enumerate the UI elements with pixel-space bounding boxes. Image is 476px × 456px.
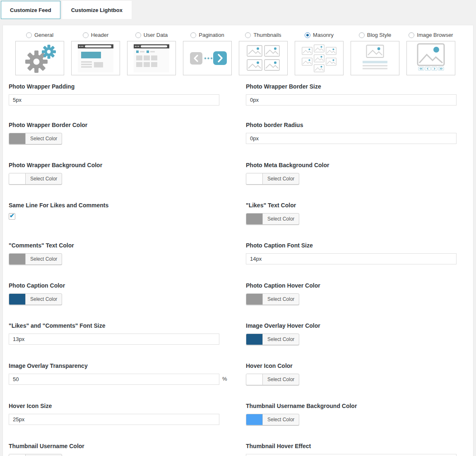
photo-meta-background-color-button[interactable]: Select Color: [246, 173, 299, 185]
image-browser-layout-icon: [410, 43, 452, 74]
field-likes-text-color: "Likes" Text Color Select Color: [246, 202, 457, 226]
photo-wrapper-padding-input[interactable]: [9, 94, 219, 106]
field-label: Thumbnail Hover Effect: [246, 443, 457, 449]
radio-image-browser[interactable]: [409, 32, 414, 38]
field-label: Thumbnail Username Color: [9, 443, 219, 449]
pagination-layout-icon: [187, 43, 228, 74]
likes-comments-font-size-input[interactable]: [9, 334, 219, 345]
photo-wrapper-background-color-button[interactable]: Select Color: [9, 173, 62, 185]
radio-blog-style[interactable]: [359, 32, 365, 38]
field-thumbnail-hover-effect: Thumbnail Hover Effect None ▼: [246, 443, 457, 456]
field-thumbnail-username-background-color: Thumbnail Username Background Color Sele…: [246, 403, 457, 427]
field-photo-wrapper-background-color: Photo Wrapper Background Color Select Co…: [9, 162, 219, 186]
tab-customize-lightbox[interactable]: Customize Lightbox: [62, 1, 132, 19]
field-label: "Likes" and "Comments" Font Size: [9, 322, 219, 329]
image-overlay-transparency-input[interactable]: [9, 374, 219, 385]
field-label: Hover Icon Size: [9, 403, 219, 409]
layout-option-general[interactable]: General: [15, 32, 64, 75]
field-label: Photo Wrapper Border Color: [9, 122, 219, 128]
radio-masonry[interactable]: [305, 32, 310, 38]
radio-general[interactable]: [26, 32, 32, 38]
layout-option-label: Blog Style: [367, 32, 392, 38]
field-label: Image Overlay Transparency: [9, 362, 219, 369]
tab-customize-feed[interactable]: Customize Feed: [1, 1, 60, 19]
radio-user-data[interactable]: [135, 32, 141, 38]
field-label: Photo Wrapper Background Color: [9, 162, 219, 168]
color-swatch: [246, 374, 263, 385]
field-photo-wrapper-padding: Photo Wrapper Padding: [9, 83, 219, 106]
layout-box-user-data[interactable]: [127, 41, 176, 75]
layout-option-label: Header: [91, 32, 109, 38]
field-photo-caption-hover-color: Photo Caption Hover Color Select Color: [246, 282, 457, 306]
tab-bar: Customize Feed Customize Lightbox: [0, 0, 476, 25]
field-photo-border-radius: Photo border Radius: [246, 122, 457, 146]
layout-option-header[interactable]: Header: [71, 32, 120, 75]
blog-style-layout-icon: [354, 43, 396, 74]
field-same-line-likes-comments: Same Line For Likes and Comments: [9, 202, 219, 226]
field-photo-caption-color: Photo Caption Color Select Color: [9, 282, 219, 306]
hover-icon-color-button[interactable]: Select Color: [246, 374, 299, 385]
layout-option-image-browser[interactable]: Image Browser: [406, 32, 455, 75]
photo-caption-hover-color-button[interactable]: Select Color: [246, 293, 299, 305]
layout-option-thumbnails[interactable]: Thumbnails: [239, 32, 288, 75]
field-label: Photo Caption Hover Color: [246, 282, 457, 289]
layout-option-blog-style[interactable]: Blog Style: [351, 32, 399, 75]
color-swatch: [246, 294, 263, 305]
layout-option-pagination[interactable]: Pagination: [183, 32, 232, 75]
layout-option-label: General: [34, 32, 53, 38]
field-photo-caption-font-size: Photo Caption Font Size: [246, 242, 457, 266]
layout-box-general[interactable]: [15, 41, 64, 75]
photo-caption-font-size-input[interactable]: [246, 253, 457, 264]
layout-box-thumbnails[interactable]: [239, 41, 288, 75]
comments-text-color-button[interactable]: Select Color: [9, 253, 62, 265]
color-swatch: [246, 214, 263, 224]
photo-border-radius-input[interactable]: [246, 133, 457, 144]
radio-header[interactable]: [83, 32, 89, 38]
layout-option-user-data[interactable]: User Data: [127, 32, 176, 75]
layout-option-label: Image Browser: [417, 32, 453, 38]
user-data-layout-icon: [131, 43, 172, 74]
layout-box-pagination[interactable]: [183, 41, 232, 75]
layout-option-label: Thumbnails: [253, 32, 281, 38]
field-photo-wrapper-border-color: Photo Wrapper Border Color Select Color: [9, 122, 219, 146]
likes-text-color-button[interactable]: Select Color: [246, 213, 299, 225]
layout-box-masonry[interactable]: [295, 41, 344, 75]
header-layout-icon: [75, 43, 116, 74]
field-hover-icon-size: Hover Icon Size: [9, 403, 219, 427]
same-line-checkbox[interactable]: [9, 213, 15, 220]
hover-icon-size-input[interactable]: [9, 414, 219, 425]
field-image-overlay-transparency: Image Overlay Transparency %: [9, 362, 219, 386]
field-label: "Comments" Text Color: [9, 242, 219, 249]
field-thumbnail-username-color: Thumbnail Username Color Select Color: [9, 443, 219, 456]
image-overlay-hover-color-button[interactable]: Select Color: [246, 334, 299, 345]
field-label: Photo Caption Font Size: [246, 242, 457, 249]
field-label: Hover Icon Color: [246, 362, 457, 369]
field-label: Photo Wrapper Border Size: [246, 83, 457, 90]
radio-thumbnails[interactable]: [245, 32, 251, 38]
photo-wrapper-border-color-button[interactable]: Select Color: [9, 133, 62, 144]
photo-caption-color-button[interactable]: Select Color: [9, 293, 62, 305]
color-swatch: [9, 294, 26, 305]
layout-box-image-browser[interactable]: [406, 41, 455, 75]
settings-panel: General: [2, 25, 474, 456]
thumbnail-hover-effect-select[interactable]: None ▼: [246, 454, 457, 456]
field-photo-wrapper-border-size: Photo Wrapper Border Size: [246, 83, 457, 106]
photo-wrapper-border-size-input[interactable]: [246, 94, 457, 106]
thumbnail-username-color-button[interactable]: Select Color: [9, 454, 62, 456]
masonry-layout-icon: [298, 43, 340, 74]
layout-option-label: User Data: [144, 32, 168, 38]
color-swatch: [9, 254, 26, 264]
layout-option-masonry[interactable]: Masonry: [295, 32, 344, 75]
settings-form: Photo Wrapper Padding Photo Wrapper Bord…: [9, 83, 473, 456]
layout-box-header[interactable]: [71, 41, 120, 75]
layout-box-blog-style[interactable]: [351, 41, 399, 75]
thumbnail-username-background-color-button[interactable]: Select Color: [246, 414, 299, 425]
field-label: "Likes" Text Color: [246, 202, 457, 209]
radio-pagination[interactable]: [190, 32, 196, 38]
color-swatch: [246, 414, 263, 425]
color-swatch: [9, 133, 26, 144]
field-label: Image Overlay Hover Color: [246, 322, 457, 329]
field-label: Photo border Radius: [246, 122, 457, 128]
field-label: Thumbnail Username Background Color: [246, 403, 457, 409]
field-label: Photo Caption Color: [9, 282, 219, 289]
